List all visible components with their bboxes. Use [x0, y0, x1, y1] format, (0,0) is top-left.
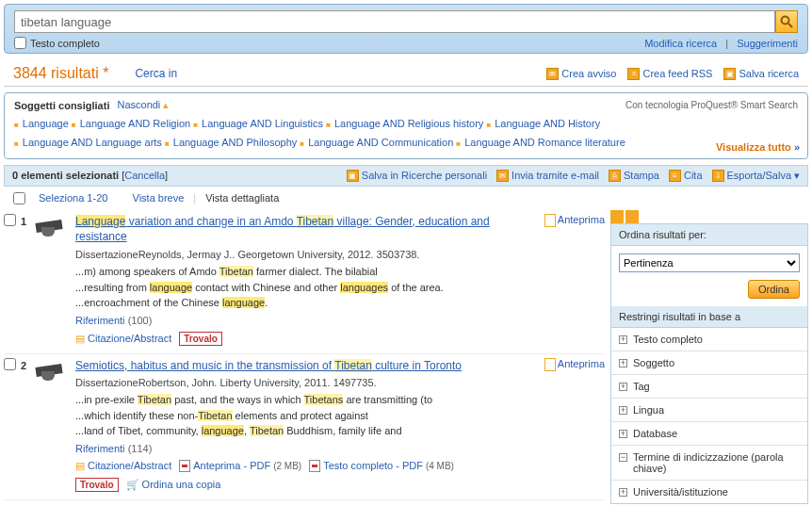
suggested-item[interactable]: Language AND Linguistics — [202, 118, 323, 129]
plus-icon: + — [619, 335, 627, 344]
facet-item[interactable]: +Università/istituzione — [611, 480, 807, 503]
results-header: 3844 risultati * Cerca in ✉Crea avviso ౽… — [4, 57, 808, 87]
suggested-list: ■Language ■Language AND Religion ■Langua… — [14, 115, 798, 153]
create-alert-link[interactable]: ✉Crea avviso — [546, 68, 616, 80]
export-link[interactable]: ⇩Esporta/Salva ▾ — [712, 170, 800, 182]
save-search-link[interactable]: ▣Salva ricerca — [723, 68, 799, 80]
result-item: 2 Semiotics, habitus and music in the tr… — [4, 354, 605, 500]
magnifier-icon — [780, 15, 793, 28]
suggested-item[interactable]: Language AND Communication — [308, 137, 453, 148]
result-checkbox[interactable] — [4, 214, 16, 226]
brief-view-link[interactable]: Vista breve — [133, 192, 185, 204]
full-text-checkbox[interactable] — [14, 37, 26, 49]
cite-icon: ≡ — [669, 170, 681, 182]
facet-item[interactable]: +Lingua — [611, 398, 807, 421]
view-all-link[interactable]: Visualizza tutto » — [712, 141, 800, 153]
result-number: 1 — [21, 214, 34, 346]
print-icon: ⎙ — [609, 170, 621, 182]
svg-line-1 — [788, 24, 792, 27]
page-icon — [544, 214, 556, 227]
cite-link[interactable]: ≡Cita — [669, 170, 703, 182]
preview-link[interactable]: Anteprima — [544, 214, 605, 225]
cancel-selection-link[interactable]: Cancella — [124, 170, 165, 181]
facet-list: +Testo completo +Soggetto +Tag +Lingua +… — [611, 328, 807, 503]
result-item: 1 Language variation and change in an Am… — [4, 210, 605, 354]
result-meta: DissertazioneRobertson, John. Liberty Un… — [75, 377, 522, 388]
sidebar: Ordina risultati per: Pertinenza Ordina … — [610, 210, 808, 504]
plus-icon: + — [619, 383, 627, 391]
hide-suggested-link[interactable]: Nascondi ▴ — [117, 99, 169, 111]
dissertation-icon — [34, 360, 68, 384]
result-snippet: ...m) among speakers of Amdo Tibetan far… — [75, 264, 522, 311]
arrow-up-icon: ▴ — [163, 99, 169, 110]
facet-item[interactable]: +Soggetto — [611, 351, 807, 374]
preview-pdf-link[interactable]: Anteprima - PDF (2 MB) — [179, 460, 301, 472]
suggested-item[interactable]: Language AND Philosophy — [173, 137, 297, 148]
create-rss-link[interactable]: ౽Crea feed RSS — [627, 68, 712, 80]
results-list: 1 Language variation and change in an Am… — [4, 210, 605, 504]
full-text-label: Testo completo — [30, 38, 100, 49]
search-bar: Testo completo Modifica ricerca | Sugger… — [4, 4, 808, 54]
result-meta: DissertazioneReynolds, Jermay J.. George… — [75, 249, 522, 260]
search-button[interactable] — [775, 10, 798, 33]
facet-item[interactable]: +Tag — [611, 374, 807, 398]
sort-select[interactable]: Pertinenza — [619, 253, 800, 272]
select-range-link[interactable]: Seleziona 1-20 — [39, 192, 107, 204]
full-text-checkbox-label[interactable]: Testo completo — [14, 37, 100, 49]
select-all-checkbox[interactable] — [13, 192, 25, 204]
folder-icon: ▣ — [347, 170, 359, 182]
export-icon: ⇩ — [712, 170, 724, 182]
results-count: 3844 risultati * — [13, 65, 108, 82]
detailed-view-label: Vista dettagliata — [205, 192, 279, 204]
result-checkbox[interactable] — [4, 358, 16, 370]
send-email-link[interactable]: ✉Invia tramite e-mail — [496, 170, 599, 182]
plus-icon: + — [619, 430, 627, 438]
trovalo-button[interactable]: Trovalo — [75, 478, 119, 492]
search-input[interactable] — [14, 10, 775, 33]
citation-abstract-link[interactable]: ▤ Citazione/Abstract — [75, 460, 171, 472]
suggested-item[interactable]: Language AND Religious history — [334, 118, 483, 129]
result-title-link[interactable]: Semiotics, habitus and music in the tran… — [75, 359, 462, 372]
side-tab-icon[interactable] — [625, 210, 639, 223]
suggested-item[interactable]: Language — [23, 118, 69, 129]
rss-icon: ౽ — [627, 68, 640, 80]
print-link[interactable]: ⎙Stampa — [609, 170, 659, 182]
save-personal-link[interactable]: ▣Salva in Ricerche personali — [347, 170, 487, 182]
pdf-icon — [309, 460, 320, 472]
modify-search-link[interactable]: Modifica ricerca — [644, 38, 717, 49]
result-title-link[interactable]: Language variation and change in an Amdo… — [75, 215, 490, 244]
preview-link[interactable]: Anteprima — [544, 358, 605, 369]
chevron-down-icon: ▾ — [794, 170, 800, 182]
trovalo-button[interactable]: Trovalo — [179, 332, 222, 346]
search-in-link[interactable]: Cerca in — [135, 67, 177, 80]
references-link[interactable]: Riferimenti — [75, 315, 125, 326]
suggested-item[interactable]: Language AND Language arts — [23, 137, 162, 148]
facet-item[interactable]: +Testo completo — [611, 328, 807, 351]
page-icon — [544, 358, 556, 371]
suggested-item[interactable]: Language AND History — [495, 118, 600, 129]
bulk-actions-bar: 0 elementi selezionati [Cancella] ▣Salva… — [4, 165, 808, 187]
facet-item[interactable]: +Database — [611, 421, 807, 445]
facet-item[interactable]: −Termine di indicizzazione (parola chiav… — [611, 445, 807, 480]
dissertation-icon — [34, 216, 68, 240]
suggested-title: Soggetti consigliati — [14, 100, 109, 111]
side-tab-icon[interactable] — [610, 210, 624, 223]
suggestions-link[interactable]: Suggerimenti — [737, 38, 798, 49]
sort-heading: Ordina risultati per: — [611, 224, 807, 246]
suggested-item[interactable]: Language AND Religion — [80, 118, 190, 129]
result-snippet: ...in pre-exile Tibetan past, and the wa… — [75, 392, 522, 439]
mail-icon: ✉ — [496, 170, 509, 182]
suggested-item[interactable]: Language AND Romance literature — [464, 137, 625, 148]
order-copy-link[interactable]: 🛒 Ordina una copia — [126, 479, 221, 491]
pdf-icon — [179, 460, 190, 472]
cart-icon: 🛒 — [126, 479, 139, 491]
citation-abstract-link[interactable]: ▤ Citazione/Abstract — [75, 333, 171, 345]
sort-button[interactable]: Ordina — [748, 280, 800, 299]
doc-icon: ▤ — [75, 460, 85, 472]
fulltext-pdf-link[interactable]: Testo completo - PDF (4 MB) — [309, 460, 454, 472]
svg-point-0 — [782, 17, 789, 24]
mail-icon: ✉ — [546, 68, 559, 80]
references-link[interactable]: Riferimenti — [75, 443, 125, 454]
minus-icon: − — [619, 453, 627, 462]
tech-credit: Con tecnologia ProQuest® Smart Search — [625, 100, 798, 110]
